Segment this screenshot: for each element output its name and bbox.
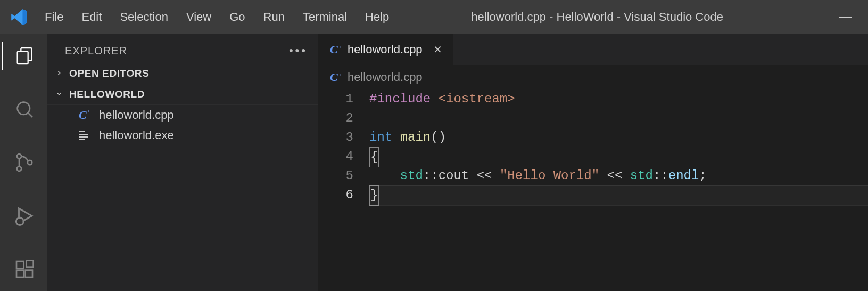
explorer-title: EXPLORER bbox=[65, 45, 127, 57]
section-folder[interactable]: HELLOWORLD bbox=[47, 84, 318, 105]
exe-file-icon bbox=[79, 130, 93, 142]
editor-tabs: C helloworld.cpp ✕ bbox=[318, 34, 868, 65]
menu-run[interactable]: Run bbox=[263, 10, 285, 24]
line-number: 6 bbox=[318, 185, 353, 205]
svg-point-4 bbox=[16, 154, 21, 158]
vscode-logo-icon bbox=[10, 7, 30, 27]
activity-explorer[interactable] bbox=[2, 42, 47, 70]
code-line[interactable]: std::cout << "Hello World" << std::endl; bbox=[369, 166, 868, 185]
code-line[interactable] bbox=[369, 109, 868, 128]
chevron-down-icon bbox=[54, 89, 64, 100]
cpp-file-icon: C bbox=[79, 108, 93, 122]
svg-line-3 bbox=[28, 113, 32, 117]
code-line[interactable]: int main() bbox=[369, 128, 868, 147]
svg-rect-12 bbox=[16, 261, 23, 268]
svg-point-2 bbox=[17, 102, 29, 115]
svg-point-5 bbox=[16, 167, 21, 171]
chevron-right-icon bbox=[54, 68, 64, 79]
window-title: helloworld.cpp - HelloWorld - Visual Stu… bbox=[389, 10, 784, 24]
editor-group: C helloworld.cpp ✕ C helloworld.cpp 1234… bbox=[318, 34, 868, 291]
tab-helloworld-label: helloworld.cpp bbox=[348, 43, 423, 56]
workbench: EXPLORER ••• OPEN EDITORS HELLOWORLD C h… bbox=[0, 34, 868, 291]
line-number: 3 bbox=[318, 128, 353, 147]
file-item-exe-label: helloworld.exe bbox=[99, 128, 174, 142]
code-area[interactable]: #include <iostream>int main(){ std::cout… bbox=[369, 90, 868, 291]
menu-view[interactable]: View bbox=[186, 10, 211, 24]
window-controls bbox=[784, 17, 858, 18]
activity-search[interactable] bbox=[2, 95, 47, 124]
menu-selection[interactable]: Selection bbox=[120, 10, 168, 24]
svg-rect-14 bbox=[25, 270, 32, 277]
breadcrumb[interactable]: C helloworld.cpp bbox=[318, 65, 868, 90]
activity-extensions[interactable] bbox=[2, 255, 47, 284]
menu-bar: File Edit Selection View Go Run Terminal… bbox=[45, 10, 389, 24]
code-line[interactable]: } bbox=[369, 185, 868, 205]
activity-run-debug[interactable] bbox=[2, 201, 47, 230]
menu-terminal[interactable]: Terminal bbox=[303, 10, 347, 24]
line-number: 1 bbox=[318, 90, 353, 109]
section-open-editors[interactable]: OPEN EDITORS bbox=[47, 63, 318, 84]
menu-help[interactable]: Help bbox=[365, 10, 389, 24]
svg-rect-13 bbox=[16, 270, 23, 277]
file-item-cpp[interactable]: C helloworld.cpp bbox=[47, 105, 318, 125]
explorer-more-icon[interactable]: ••• bbox=[289, 44, 308, 58]
tab-helloworld[interactable]: C helloworld.cpp ✕ bbox=[318, 34, 453, 65]
explorer-header: EXPLORER ••• bbox=[47, 34, 318, 63]
code-editor[interactable]: 123456 #include <iostream>int main(){ st… bbox=[318, 90, 868, 291]
explorer-sidebar: EXPLORER ••• OPEN EDITORS HELLOWORLD C h… bbox=[47, 34, 318, 291]
line-number: 2 bbox=[318, 109, 353, 128]
menu-go[interactable]: Go bbox=[229, 10, 245, 24]
line-number: 4 bbox=[318, 147, 353, 166]
code-line[interactable]: { bbox=[369, 147, 868, 166]
svg-point-6 bbox=[27, 160, 31, 165]
cpp-file-icon: C bbox=[330, 43, 341, 56]
menu-edit[interactable]: Edit bbox=[81, 10, 102, 24]
section-open-editors-label: OPEN EDITORS bbox=[69, 68, 149, 79]
svg-rect-1 bbox=[17, 52, 28, 64]
activity-bar bbox=[0, 34, 47, 291]
line-number-gutter: 123456 bbox=[318, 90, 369, 291]
line-number: 5 bbox=[318, 166, 353, 185]
svg-rect-15 bbox=[26, 260, 33, 267]
file-item-exe[interactable]: helloworld.exe bbox=[47, 125, 318, 146]
code-line[interactable]: #include <iostream> bbox=[369, 90, 868, 109]
menu-file[interactable]: File bbox=[45, 10, 63, 24]
window-minimize-button[interactable] bbox=[839, 17, 852, 18]
tab-close-icon[interactable]: ✕ bbox=[433, 43, 442, 56]
section-folder-label: HELLOWORLD bbox=[69, 88, 145, 100]
title-bar: File Edit Selection View Go Run Terminal… bbox=[0, 0, 868, 34]
svg-point-8 bbox=[16, 218, 23, 225]
file-item-cpp-label: helloworld.cpp bbox=[99, 108, 174, 122]
activity-source-control[interactable] bbox=[2, 148, 47, 177]
cpp-file-icon: C bbox=[330, 70, 341, 84]
breadcrumb-label: helloworld.cpp bbox=[348, 70, 423, 84]
